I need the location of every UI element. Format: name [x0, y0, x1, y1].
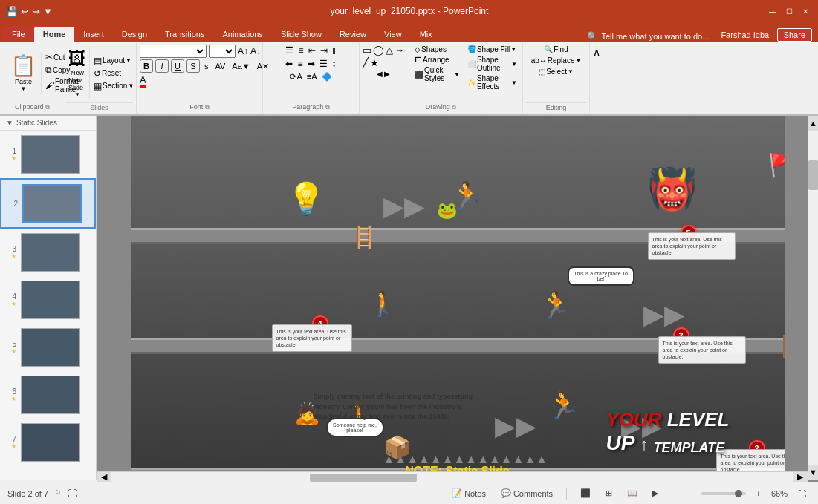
reading-view-button[interactable]: 📖	[623, 487, 642, 500]
textbox-5[interactable]: This is your text area. Use this area to…	[648, 232, 736, 260]
arrow-shape[interactable]: →	[395, 45, 404, 56]
layout-button[interactable]: ▤ Layout ▼	[91, 55, 136, 67]
comments-button[interactable]: 💬 Comments	[496, 487, 557, 500]
drawing-dialog-icon[interactable]: ⧉	[452, 104, 456, 111]
shape-outline-button[interactable]: ⬜ Shape Outline ▼	[465, 55, 519, 73]
clipboard-dialog-icon[interactable]: ⧉	[45, 104, 50, 111]
bullets-button[interactable]: ☰	[284, 45, 295, 56]
tab-mix[interactable]: Mix	[411, 27, 441, 42]
decrease-font-button[interactable]: A↓	[250, 46, 261, 56]
replace-button[interactable]: ab↔ Replace ▼	[529, 56, 584, 65]
align-right-button[interactable]: ➡	[306, 58, 317, 70]
paragraph-dialog-icon[interactable]: ⧉	[325, 104, 330, 111]
increase-font-button[interactable]: A↑	[238, 46, 248, 56]
maximize-button[interactable]: ☐	[782, 4, 796, 18]
find-button[interactable]: 🔍 Find	[542, 45, 570, 54]
slide-thumb-4[interactable]: 4 ★	[0, 276, 96, 324]
smartart-button[interactable]: 🔷	[320, 71, 334, 82]
zoom-in-button[interactable]: +	[752, 488, 765, 500]
shadow-button[interactable]: s	[202, 61, 211, 71]
numbering-button[interactable]: ≡	[296, 45, 305, 56]
body-textbox[interactable]: Simply dummy text of the printing and ty…	[314, 391, 484, 422]
font-color-button[interactable]: A	[140, 74, 146, 88]
oval-shape[interactable]: ◯	[373, 45, 384, 56]
textbox-4[interactable]: This is your text area. Use this area to…	[272, 324, 352, 352]
tab-insert[interactable]: Insert	[74, 27, 113, 42]
notes-button[interactable]: 📝 Notes	[447, 487, 490, 500]
shape-fill-button[interactable]: 🪣 Shape Fill ▼	[465, 45, 519, 54]
align-left-button[interactable]: ⬅	[284, 58, 294, 70]
quick-styles-button[interactable]: ⬛ Quick Styles ▼	[412, 65, 462, 83]
zoom-out-button[interactable]: −	[681, 488, 695, 500]
shapes-button[interactable]: ◇ Shapes	[412, 45, 462, 54]
line-spacing-button[interactable]: ↕	[331, 58, 338, 70]
close-button[interactable]: ✕	[799, 4, 812, 18]
spacing-button[interactable]: AV	[213, 61, 228, 71]
shape-more-left[interactable]: ◀	[377, 70, 383, 78]
font-dialog-icon[interactable]: ⧉	[205, 104, 210, 111]
shape-more-right[interactable]: ▶	[384, 70, 390, 78]
format-painter-icon: 🖌	[45, 80, 54, 91]
line-shape[interactable]: ╱	[363, 57, 369, 68]
slide-canvas[interactable]: ▲▲▲▲▲▲▲▲▲▲▲▲▲▲ ▶▶ ▶▶ ▶▶ ▶▶ 💡 👹 🏃 🏃 🚶 🚶 🏃…	[131, 116, 785, 482]
shape-effects-button[interactable]: ✨ Shape Effects ▼	[465, 73, 519, 91]
tab-file[interactable]: File	[3, 27, 34, 42]
increase-indent-button[interactable]: ⇥	[319, 45, 329, 56]
justify-button[interactable]: ☰	[318, 58, 329, 70]
normal-view-button[interactable]: ⬛	[576, 487, 595, 500]
tab-home[interactable]: Home	[34, 27, 75, 42]
case-button[interactable]: Aa▼	[230, 61, 252, 71]
tab-design[interactable]: Design	[113, 27, 156, 42]
slide-sorter-button[interactable]: ⊞	[601, 487, 617, 500]
triangle-shape[interactable]: △	[386, 45, 393, 56]
textbox-3[interactable]: This is your text area. Use this area to…	[658, 336, 746, 364]
slide-thumb-6[interactable]: 6 ★	[0, 371, 96, 419]
save-icon[interactable]: 💾	[6, 6, 18, 17]
select-button[interactable]: ⬚ Select ▼	[536, 67, 576, 76]
slideshow-button[interactable]: ▶	[648, 487, 663, 500]
vertical-scrollbar[interactable]: ▲ ▼	[808, 116, 818, 480]
text-direction-button[interactable]: ⟳A	[288, 71, 303, 82]
horizontal-scrollbar[interactable]: ◀ ▶	[97, 471, 808, 482]
bold-button[interactable]: B	[140, 59, 153, 73]
new-slide-button[interactable]: 🖼 New New Slide ▼	[65, 47, 90, 99]
underline-button[interactable]: U	[171, 59, 184, 73]
slide-thumb-7[interactable]: 7 ★	[0, 419, 96, 466]
slide-thumb-1[interactable]: 1 ★	[0, 131, 96, 178]
tab-slideshow[interactable]: Slide Show	[272, 27, 331, 42]
decrease-indent-button[interactable]: ⇤	[307, 45, 317, 56]
zoom-slider[interactable]	[701, 492, 746, 495]
font-family-select[interactable]	[140, 45, 207, 58]
tab-animations[interactable]: Animations	[213, 27, 271, 42]
tab-transitions[interactable]: Transitions	[156, 27, 213, 42]
slide-thumb-3[interactable]: 3 ★	[0, 229, 96, 276]
slide-thumb-5[interactable]: 5 ★	[0, 324, 96, 371]
fit-slide-button[interactable]: ⛶	[68, 488, 77, 499]
text-align-button[interactable]: ≡A	[305, 71, 319, 82]
paste-button[interactable]: 📋 Paste ▼	[6, 52, 42, 94]
slide-thumb-2[interactable]: 2	[0, 178, 96, 229]
columns-button[interactable]: ⫿	[331, 45, 338, 56]
redo-icon[interactable]: ↪	[32, 6, 40, 17]
rectangle-shape[interactable]: ▭	[363, 45, 371, 56]
strikethrough-button[interactable]: S	[186, 59, 200, 73]
section-button[interactable]: ▦ Section ▼	[91, 80, 136, 92]
search-icon: 🔍	[587, 31, 598, 42]
italic-button[interactable]: I	[155, 59, 169, 73]
align-center-button[interactable]: ≡	[296, 58, 304, 70]
tab-review[interactable]: Review	[331, 27, 375, 42]
undo-icon[interactable]: ↩	[21, 6, 29, 17]
zoom-thumb[interactable]	[735, 490, 742, 497]
star-shape[interactable]: ★	[370, 57, 379, 68]
fit-window-button[interactable]: ⛶	[793, 488, 811, 500]
tab-view[interactable]: View	[375, 27, 411, 42]
customize-icon[interactable]: ▼	[43, 6, 53, 17]
tell-me-label[interactable]: Tell me what you want to do...	[601, 32, 709, 41]
reset-button[interactable]: ↺ Reset	[91, 68, 136, 79]
minimize-button[interactable]: —	[766, 4, 779, 18]
speech-bubble-1[interactable]: This is a crazy place To be!	[568, 266, 634, 286]
share-button[interactable]: Share	[777, 28, 812, 42]
collapse-ribbon-button[interactable]: ∧	[593, 46, 600, 58]
arrange-button[interactable]: ⧠ Arrange	[412, 55, 462, 65]
font-size-select[interactable]	[209, 45, 236, 58]
